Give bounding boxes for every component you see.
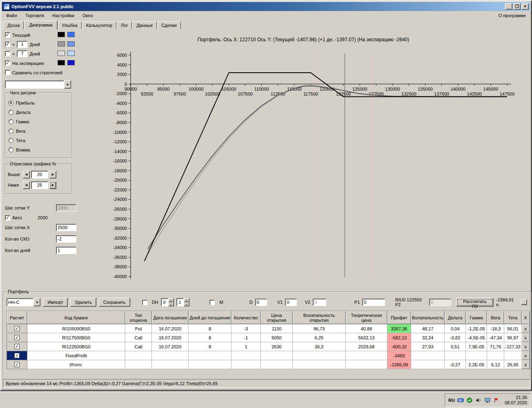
menu-item-Окно[interactable]: Окно [78,12,97,19]
auto-checkbox[interactable]: ✓ [5,215,10,221]
minimize-button[interactable]: _ [505,3,512,10]
radio-icon[interactable] [9,147,13,152]
expiration-checkbox[interactable]: ✓ [5,60,10,66]
row-calc-cell[interactable]: ✓ [7,333,27,342]
table-row[interactable]: ✓RI105000BS0Put16.07.20208-3113096,7340,… [7,324,530,333]
below-decrease-button[interactable]: ◄ [23,181,30,189]
column-header[interactable]: Количество [231,311,261,324]
plus7-color2-swatch[interactable] [67,51,75,56]
below-value-field[interactable]: 25 [31,181,48,189]
update-icon[interactable] [466,397,473,404]
menu-about[interactable]: О программе [494,12,530,19]
collapse-portfolio-button[interactable]: _ [521,299,527,305]
column-header[interactable]: Вега [487,311,504,324]
tab-Доска[interactable]: Доска [3,21,24,29]
p1-field[interactable]: 0 [362,299,385,306]
menu-item-Настройки[interactable]: Настройки [48,12,78,19]
close-button[interactable]: × [521,3,529,10]
radio-icon[interactable] [9,129,13,134]
display-icon[interactable] [484,397,491,404]
column-header[interactable]: Тип опциона [125,311,152,324]
radio-Гамма[interactable]: Гамма [9,117,69,126]
table-row[interactable]: ✓RI117500BG0Call16.07.20208-150506,25563… [7,333,530,342]
menu-item-Файл[interactable]: Файл [2,12,21,19]
v1-field[interactable]: 0 [285,299,297,306]
toggle-plus7[interactable]: + 7 Дней [5,49,76,58]
radio-Вомма[interactable]: Вомма [9,145,69,154]
toggle-plus1[interactable]: ✓ + 1 Дней [5,40,76,49]
keyboard-icon[interactable] [457,397,464,404]
row-delete-button[interactable]: x [521,351,530,360]
tab-Лог[interactable]: Лог [117,21,132,29]
tab-Улыбка[interactable]: Улыбка [58,21,82,29]
d-field[interactable]: 0 [255,299,267,306]
column-header[interactable]: Волатильность [411,311,445,324]
plus1-days-field[interactable]: 1 [17,41,27,48]
m-checkbox[interactable] [209,300,215,305]
current-color1-swatch[interactable] [58,32,65,37]
row-calc-cell[interactable]: ✓ [7,360,27,369]
flag-icon[interactable] [493,397,500,404]
radio-Вега[interactable]: Вега [9,126,69,136]
delete-button[interactable]: Удалить [70,298,96,307]
table-row[interactable]: ✓FixedProfit-3450x [7,351,530,360]
taskbar[interactable]: RU 21:36 08.07.2020 [0,392,532,408]
chevron-down-icon[interactable]: ▼ [64,80,71,89]
chevron-down-icon[interactable]: ▼ [33,298,40,306]
radio-Тета[interactable]: Тета [9,136,69,145]
expiration-color1-swatch[interactable] [58,60,65,65]
row-delete-button[interactable]: x [521,360,530,369]
table-row[interactable]: ✓RI122500BG0Call16.07.202081263036,32029… [7,342,530,351]
column-header[interactable]: Волатильность открытия [293,311,346,324]
above-value-field[interactable]: 20 [31,171,48,178]
above-increase-button[interactable]: ► [49,171,56,178]
column-header[interactable]: Код бумаги [27,311,125,324]
calculate-go-button[interactable]: Рассчитать ГО [456,298,494,307]
strategy-select[interactable]: ▼ [5,80,71,89]
radio-icon[interactable] [9,110,13,115]
radio-icon[interactable] [9,100,13,105]
p2-field[interactable]: 0 [429,299,451,306]
row-calc-cell[interactable]: ✓ [7,351,27,360]
current-color2-swatch[interactable] [67,32,75,37]
dh-checkbox[interactable] [142,300,147,305]
tab-Сделки[interactable]: Сделки [157,21,181,29]
maximize-button[interactable]: ❐ [513,3,521,10]
language-indicator[interactable]: RU [448,398,455,403]
column-header[interactable]: Профит [387,311,411,324]
tab-Данные[interactable]: Данные [132,21,157,29]
portfolio-select[interactable]: НН-С ▼ [7,298,40,306]
row-delete-button[interactable]: x [521,324,530,333]
plus7-checkbox[interactable] [5,51,10,56]
menu-item-Торговля[interactable]: Торговля [21,12,48,19]
column-header[interactable]: Гамма [466,311,487,324]
plus7-days-field[interactable]: 7 [17,50,27,57]
grid-y-field[interactable]: 1000 [56,204,76,212]
current-checkbox[interactable]: ✓ [5,32,10,38]
toggle-current[interactable]: ✓ Текущий [5,30,76,40]
toggle-expiration[interactable]: ✓ На экспирацию [5,58,76,68]
tab-Диаграмма[interactable]: Диаграмма [24,20,57,30]
tab-Калькулятор[interactable]: Калькулятор [82,21,116,29]
radio-icon[interactable] [9,119,13,124]
save-button[interactable]: Сохранить [99,298,130,307]
radio-Дельта[interactable]: Дельта [9,107,69,117]
days-count-field[interactable]: 1 [56,247,76,254]
import-button[interactable]: Импорт [43,298,67,307]
row-delete-button[interactable]: x [521,342,530,351]
plus7-color1-swatch[interactable] [58,51,65,56]
row-calc-cell[interactable]: ✓ [7,324,27,333]
spin-up-icon[interactable]: ▲ [184,298,189,302]
dh-spinner-2[interactable]: 1 ▲▼ [176,298,189,306]
column-header[interactable]: Дельта [445,311,466,324]
clock[interactable]: 21:36 08.07.2020 [502,395,527,406]
column-header[interactable]: Расчет [7,311,27,324]
dh-spinner-1[interactable]: 0 ▲▼ [161,298,174,306]
column-header[interactable]: X [521,311,530,324]
spin-down-icon[interactable]: ▼ [184,302,189,306]
sko-field[interactable]: -2 [56,235,76,243]
toggle-compare-strategy[interactable]: Сравнить со стратегией [5,68,76,77]
above-decrease-button[interactable]: ◄ [23,171,30,178]
radio-icon[interactable] [9,138,13,143]
column-header[interactable]: Дней до погашения [189,311,231,324]
